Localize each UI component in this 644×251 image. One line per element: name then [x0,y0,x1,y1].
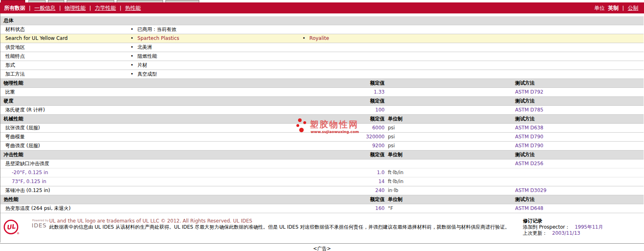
nav-item-mechanical[interactable]: 力学性能 [95,4,116,12]
row-value: 1.0 [313,168,385,177]
section-row-thermal: 热性能 额定值 单位制 测试方法 [0,195,644,204]
ides-logo-text: IDES [32,222,47,229]
column-header-value: 额定值 [313,151,385,159]
row-value-group: •Royalite [302,34,329,43]
row-value: 160 [313,204,385,213]
unit-metric-button[interactable]: 公制 [628,4,638,12]
row-value: 240 [313,186,385,195]
row-value-group: •北美洲 [131,43,152,52]
row-unit: ft·lb/in [388,177,403,186]
column-header-unit: 单位制 [388,195,402,204]
row-label: 热变形温度 (264 psi, 未退火) [5,204,71,213]
unit-english-button[interactable]: 英制 [608,4,619,12]
row-value-group: •Spartech Plastics [131,34,179,43]
row-value: 14 [313,177,385,186]
revision-updated-value: 2003/11/13 [552,230,580,236]
revision-added-line: 添加到 Prospector：1995年11月 [523,224,641,230]
test-method: ASTM D3029 [515,186,546,195]
ad-placeholder-label: <广告> [0,245,644,251]
bullet-icon: • [131,25,133,34]
row-label: 弯曲强度 (屈服) [5,142,40,150]
row-label: 弯曲模量 [5,133,25,141]
row-material-status: 材料状态 •已商用：当前有效 [0,25,644,34]
row-label: 悬壁梁缺口冲击强度 [5,159,49,168]
row-value-group: •阻燃性能 [131,52,157,61]
row-processing: 加工方法 •真空成型 [0,70,644,79]
column-header-method: 测试方法 [515,79,535,87]
row-value: 北美洲 [137,44,152,50]
row-rockwell-hardness: 洛氏硬度 (R 计秤) 100 ASTM D785 [0,106,644,115]
row-value: 6000 [313,124,385,132]
nav-item-general-info[interactable]: 一般信息 [34,4,55,12]
supplier-link[interactable]: Spartech Plastics [137,35,179,41]
row-dart-impact: 落锤冲击 (0.125 in) 240 in·lb ASTM D3029 [0,186,644,195]
row-heat-deflection: 热变形温度 (264 psi, 未退火) 160 °F ASTM D648 [0,204,644,213]
row-value: 100 [313,106,385,114]
test-method: ASTM D792 [515,88,543,96]
section-title: 硬度 [4,97,13,105]
row-label: 供货地区 [5,43,25,52]
section-row-hardness: 硬度 额定值 测试方法 [0,97,644,106]
row-forms: 形式 •片材 [0,61,644,70]
product-link[interactable]: Royalite [309,35,329,41]
bullet-icon: • [131,43,133,52]
material-datasheet-page: 所有数据 | 一般信息 | 物理性能 | 力学性能 | 热性能 单位 英制 | … [0,0,644,251]
row-availability: 供货地区 •北美洲 [0,43,644,52]
column-header-method: 测试方法 [515,97,535,105]
footer-text-block: UL and the UL logo are trademarks of UL … [49,218,517,230]
section-title: 总体 [4,16,13,25]
nav-item-thermal[interactable]: 热性能 [125,4,141,12]
row-label: 73°F, 0.125 in [12,177,46,186]
bullet-icon: • [302,34,305,43]
column-header-value: 额定值 [313,97,385,105]
row-label: 性能特点 [5,52,25,61]
row-unit: ft·lb/in [388,168,403,177]
column-header-method: 测试方法 [515,195,535,204]
column-header-unit: 单位制 [388,115,402,123]
row-label: -20°F, 0.125 in [12,168,48,177]
row-unit: psi [388,142,395,150]
row-izod-minus20: -20°F, 0.125 in 1.0 ft·lb/in [0,168,644,177]
revision-updated-label: 上次更新： [523,230,547,236]
trademark-notice: UL and the UL logo are trademarks of UL … [49,218,517,224]
registered-trademark-icon: ® [17,232,20,235]
test-method: ASTM D648 [515,204,543,213]
column-header-unit: 单位制 [388,151,402,159]
unit-switcher: 单位 英制 | 公制 [594,4,638,12]
revision-added-value: 1995年11月 [575,224,603,230]
row-izod-73: 73°F, 0.125 in 14 ft·lb/in [0,177,644,186]
nav-separator: | [29,5,30,11]
row-value: 真空成型 [137,71,157,77]
revision-history: 修订记录 添加到 Prospector：1995年11月 上次更新：2003/1… [523,218,641,236]
nav-separator: | [59,5,61,11]
row-value: 阻燃性能 [137,53,157,59]
row-label: 抗张强度 (屈服) [5,124,40,132]
row-label: 加工方法 [5,70,25,79]
row-value: 片材 [137,62,147,68]
revision-updated-line: 上次更新：2003/11/13 [523,230,641,236]
bullet-icon: • [131,70,133,79]
row-ul-yellow-card: Search for UL Yellow Card •Spartech Plas… [0,34,644,43]
bullet-icon: • [131,34,133,43]
nav-item-physical[interactable]: 物理性能 [65,4,86,12]
powered-by-label: Powered by [32,219,49,222]
nav-bar: 所有数据 | 一般信息 | 物理性能 | 力学性能 | 热性能 单位 英制 | … [0,2,644,13]
unit-label: 单位 [594,4,605,12]
row-value-group: •真空成型 [131,70,157,79]
test-method: ASTM D790 [515,133,543,141]
row-tensile-strength: 抗张强度 (屈服) 6000 psi ASTM D638 [0,124,644,133]
bullet-icon: • [131,61,133,70]
section-row-overview: 总体 [0,16,644,25]
row-unit: °F [388,204,393,213]
bullet-icon: • [131,52,133,61]
section-row-impact: 冲击性能 额定值 单位制 测试方法 [0,151,644,159]
row-unit: psi [388,124,395,132]
row-specific-gravity: 比重 1.33 ASTM D792 [0,88,644,97]
ul-logo-icon: UL [4,220,18,234]
section-row-physical: 物理性能 额定值 测试方法 [0,79,644,88]
test-method: ASTM D785 [515,106,543,114]
row-label: 形式 [5,61,15,70]
test-method: ASTM D638 [515,124,543,132]
row-flexural-strength: 弯曲强度 (屈服) 9200 psi ASTM D790 [0,142,644,151]
nav-item-all-data[interactable]: 所有数据 [4,4,25,12]
